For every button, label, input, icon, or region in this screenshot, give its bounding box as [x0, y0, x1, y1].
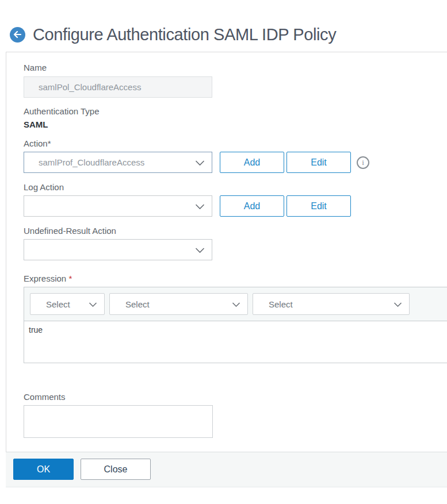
chevron-down-icon	[232, 299, 240, 309]
action-dropdown-value: samlProf_CloudflareAccess	[39, 157, 144, 167]
chevron-down-icon	[195, 245, 205, 255]
chevron-down-icon	[393, 299, 402, 309]
info-icon[interactable]: i	[357, 156, 369, 169]
expression-toolbar: Select Select Select	[24, 287, 447, 321]
chevron-down-icon	[195, 157, 205, 167]
expression-select-3-value: Select	[269, 299, 293, 309]
log-action-dropdown[interactable]	[24, 195, 212, 217]
log-action-label: Log Action	[24, 182, 447, 192]
log-action-add-button[interactable]: Add	[220, 195, 284, 217]
comments-input[interactable]	[24, 405, 213, 438]
action-row: samlProf_CloudflareAccess Add Edit i	[24, 152, 447, 173]
action-label: Action*	[24, 138, 447, 148]
expression-select-1-value: Select	[46, 299, 70, 309]
expression-required-mark: *	[68, 274, 72, 283]
name-label: Name	[24, 63, 447, 72]
chevron-down-icon	[195, 201, 205, 211]
expression-select-2-value: Select	[125, 299, 150, 309]
log-action-row: Add Edit	[24, 195, 447, 217]
ok-button[interactable]: OK	[13, 459, 74, 480]
expression-label: Expression *	[24, 274, 447, 283]
footer-bar: OK Close	[6, 452, 447, 487]
expression-builder: Select Select Select true	[24, 287, 447, 363]
page-header: Configure Authentication SAML IDP Policy	[0, 0, 447, 52]
form-panel: Name Authentication Type SAML Action* sa…	[6, 52, 447, 452]
action-edit-button[interactable]: Edit	[286, 152, 351, 173]
expression-select-2[interactable]: Select	[109, 293, 248, 315]
page-title: Configure Authentication SAML IDP Policy	[33, 25, 336, 44]
action-add-button[interactable]: Add	[220, 152, 284, 173]
info-icon-glyph: i	[362, 158, 364, 167]
authentication-type-label: Authentication Type	[24, 106, 447, 116]
arrow-left-icon	[13, 31, 22, 38]
undefined-result-action-label: Undefined-Result Action	[24, 226, 447, 236]
chevron-down-icon	[89, 299, 97, 309]
expression-select-1[interactable]: Select	[30, 293, 105, 315]
name-input[interactable]	[24, 76, 212, 98]
comments-label: Comments	[24, 392, 447, 402]
authentication-type-value: SAML	[24, 120, 447, 129]
undefined-result-action-dropdown[interactable]	[24, 239, 212, 260]
expression-label-text: Expression	[24, 274, 66, 283]
back-button[interactable]	[10, 27, 25, 43]
undefined-result-action-row	[24, 239, 447, 260]
log-action-edit-button[interactable]: Edit	[286, 195, 351, 217]
close-button[interactable]: Close	[81, 459, 151, 480]
action-dropdown[interactable]: samlProf_CloudflareAccess	[24, 152, 212, 173]
expression-select-3[interactable]: Select	[253, 293, 410, 315]
expression-input[interactable]: true	[24, 321, 447, 363]
